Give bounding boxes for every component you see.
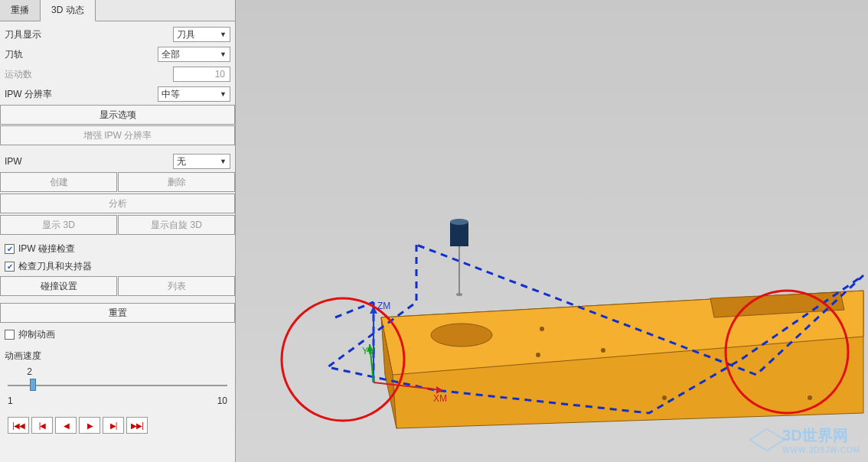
- panel-tabs: 重播 3D 动态: [0, 0, 235, 21]
- slider-min: 1: [8, 395, 13, 406]
- show-spin-3d-button: 显示自旋 3D: [118, 215, 235, 235]
- watermark: 3D世界网 WWW.3D8JW.COM: [756, 425, 860, 454]
- svg-text:XM: XM: [433, 393, 447, 404]
- svg-point-5: [450, 219, 468, 225]
- play-button[interactable]: ▶: [79, 417, 100, 434]
- enhance-ipw-button: 增强 IPW 分辨率: [0, 125, 235, 145]
- slider-value: 2: [27, 366, 32, 377]
- select-ipw[interactable]: 无 ▼: [173, 154, 230, 169]
- svg-point-2: [536, 353, 540, 357]
- step-back-button[interactable]: ◀: [55, 417, 77, 434]
- svg-point-0: [540, 327, 544, 331]
- svg-text:YM: YM: [362, 346, 376, 356]
- speed-slider[interactable]: 2: [8, 377, 227, 392]
- label-tool-collision: 检查刀具和夹持器: [18, 260, 92, 273]
- delete-button: 删除: [118, 172, 235, 192]
- tab-replay[interactable]: 重播: [0, 0, 41, 21]
- checkbox-tool-collision[interactable]: ✔: [5, 262, 15, 272]
- label-anim-speed: 动画速度: [5, 350, 230, 363]
- prev-button[interactable]: |◀: [31, 417, 53, 434]
- collision-settings-button[interactable]: 碰撞设置: [0, 276, 117, 296]
- chevron-down-icon: ▼: [220, 31, 227, 38]
- checkbox-ipw-collision[interactable]: ✔: [5, 244, 15, 254]
- playback-controls: |◀◀ |◀ ◀ ▶ ▶| ▶▶|: [0, 414, 235, 437]
- label-suppress-anim: 抑制动画: [18, 328, 55, 341]
- tool-holder: [450, 222, 468, 246]
- chevron-down-icon: ▼: [220, 90, 227, 98]
- select-tool-display[interactable]: 刀具 ▼: [173, 27, 230, 42]
- tab-3d-dynamic[interactable]: 3D 动态: [41, 0, 96, 21]
- list-button: 列表: [118, 276, 235, 296]
- input-motion-count: 10: [173, 67, 230, 82]
- chevron-down-icon: ▼: [220, 158, 227, 165]
- reset-button[interactable]: 重置: [0, 303, 235, 323]
- slider-thumb[interactable]: [30, 379, 36, 391]
- step-fwd-button[interactable]: ▶|: [103, 417, 124, 434]
- slider-max: 10: [217, 395, 227, 406]
- create-button: 创建: [0, 172, 117, 192]
- label-motion-count: 运动数: [5, 68, 173, 81]
- tool-panel: 重播 3D 动态 刀具显示 刀具 ▼ 刀轨 全部 ▼ 运动数 10 IPW 分辨…: [0, 0, 236, 462]
- scene-svg: XM YM ZM: [236, 0, 868, 462]
- label-ipw-collision: IPW 碰撞检查: [18, 242, 75, 255]
- svg-point-6: [456, 293, 462, 296]
- last-button[interactable]: ▶▶|: [126, 417, 148, 434]
- select-trajectory[interactable]: 全部 ▼: [158, 47, 230, 62]
- analyze-button: 分析: [0, 194, 235, 213]
- svg-point-4: [808, 395, 812, 400]
- 3d-viewport[interactable]: XM YM ZM 3D世界网 WWW.3D8JW.COM: [236, 0, 868, 462]
- hole: [431, 324, 492, 346]
- first-button[interactable]: |◀◀: [8, 417, 29, 434]
- select-ipw-res[interactable]: 中等 ▼: [158, 86, 230, 102]
- display-options-button[interactable]: 显示选项: [0, 105, 235, 125]
- label-trajectory: 刀轨: [5, 48, 158, 61]
- label-ipw-res: IPW 分辨率: [5, 88, 158, 101]
- label-tool-display: 刀具显示: [5, 28, 173, 41]
- show-3d-button: 显示 3D: [0, 215, 117, 235]
- checkbox-suppress-anim[interactable]: [5, 330, 15, 340]
- chevron-down-icon: ▼: [220, 50, 227, 58]
- svg-point-3: [662, 395, 667, 400]
- svg-point-1: [601, 348, 605, 353]
- label-ipw: IPW: [5, 156, 173, 167]
